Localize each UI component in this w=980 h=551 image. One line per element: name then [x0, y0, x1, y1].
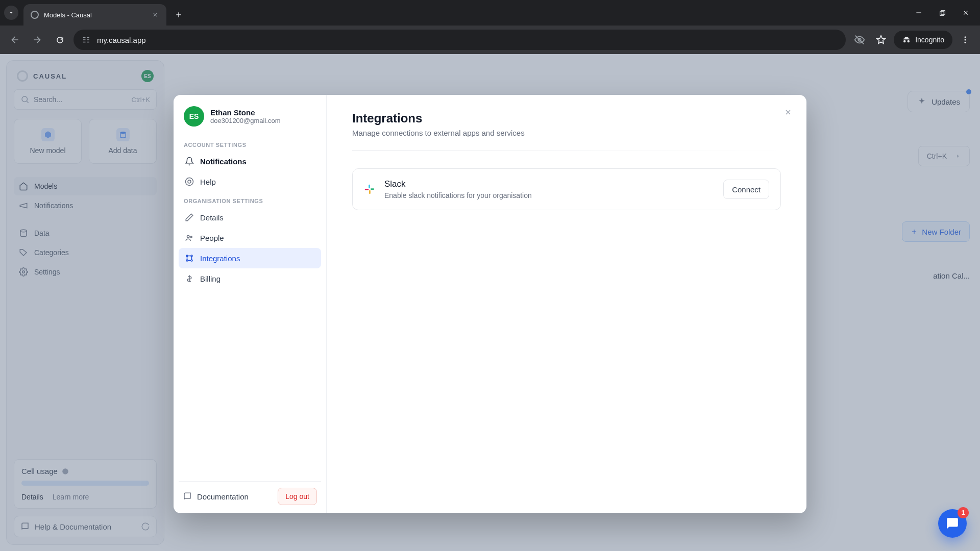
- integrations-icon: [185, 254, 194, 263]
- user-block: ES Ethan Stone doe301200@gmail.com: [179, 100, 321, 136]
- browser-menu-button[interactable]: [957, 31, 974, 48]
- chat-fab[interactable]: 1: [938, 509, 967, 538]
- browser-tab[interactable]: Models - Causal: [23, 4, 166, 26]
- chat-badge: 1: [958, 507, 969, 518]
- window-controls: [914, 8, 976, 18]
- window-maximize-button[interactable]: [937, 8, 947, 18]
- svg-point-21: [191, 260, 192, 261]
- browser-toolbar: my.causal.app Incognito: [0, 26, 980, 54]
- svg-rect-25: [371, 188, 374, 190]
- browser-address-bar[interactable]: my.causal.app: [74, 30, 846, 50]
- tab-favicon: [31, 11, 39, 19]
- svg-point-20: [186, 260, 188, 261]
- svg-point-5: [965, 36, 966, 38]
- browser-back-button[interactable]: [6, 31, 23, 48]
- svg-rect-0: [916, 12, 921, 13]
- pencil-icon: [185, 213, 194, 222]
- sidebar-item-help[interactable]: Help: [179, 171, 321, 192]
- svg-point-6: [965, 39, 966, 41]
- window-close-button[interactable]: [961, 8, 971, 18]
- integration-card-slack: Slack Enable slack notifications for you…: [352, 168, 781, 210]
- window-minimize-button[interactable]: [914, 8, 924, 18]
- url-text: my.causal.app: [97, 36, 146, 44]
- sidebar-item-billing[interactable]: Billing: [179, 268, 321, 289]
- app-viewport: CAUSAL ES Search... Ctrl+K New model Add…: [0, 54, 980, 551]
- svg-rect-1: [941, 10, 945, 14]
- svg-rect-2: [940, 11, 944, 15]
- logout-button[interactable]: Log out: [278, 488, 317, 505]
- svg-point-15: [188, 180, 191, 183]
- sidebar-item-details[interactable]: Details: [179, 207, 321, 228]
- svg-point-16: [187, 236, 190, 238]
- documentation-link[interactable]: Documentation: [183, 492, 249, 501]
- svg-rect-24: [369, 185, 370, 188]
- user-name: Ethan Stone: [210, 108, 281, 117]
- svg-point-14: [186, 178, 193, 186]
- browser-forward-button[interactable]: [29, 31, 46, 48]
- browser-tabstrip: Models - Causal: [0, 0, 980, 26]
- tab-title: Models - Causal: [44, 11, 146, 19]
- divider: [352, 151, 781, 151]
- dialog-subtitle: Manage connections to external apps and …: [352, 129, 781, 137]
- dialog-sidebar: ES Ethan Stone doe301200@gmail.com ACCOU…: [174, 95, 327, 513]
- lifebuoy-icon: [185, 177, 194, 186]
- dialog-main: Integrations Manage connections to exter…: [327, 95, 806, 513]
- tracking-icon[interactable]: [851, 31, 868, 48]
- close-icon: [784, 108, 792, 116]
- svg-point-7: [965, 42, 966, 43]
- chat-icon: [946, 517, 959, 530]
- section-label-account: ACCOUNT SETTINGS: [179, 136, 321, 151]
- integration-name: Slack: [384, 179, 714, 189]
- book-icon: [183, 492, 192, 501]
- tab-close-button[interactable]: [151, 11, 159, 19]
- dialog-title: Integrations: [352, 111, 781, 126]
- sidebar-item-notifications[interactable]: Notifications: [179, 151, 321, 171]
- bookmark-button[interactable]: [872, 31, 890, 48]
- connect-button[interactable]: Connect: [723, 180, 769, 199]
- new-tab-button[interactable]: [172, 8, 186, 22]
- incognito-label: Incognito: [915, 36, 944, 44]
- dollar-icon: [185, 274, 194, 283]
- browser-reload-button[interactable]: [51, 31, 68, 48]
- incognito-chip[interactable]: Incognito: [894, 31, 952, 49]
- svg-point-19: [191, 255, 192, 257]
- sidebar-item-people[interactable]: People: [179, 228, 321, 248]
- sidebar-item-integrations[interactable]: Integrations: [179, 248, 321, 268]
- svg-rect-26: [369, 190, 371, 194]
- svg-point-17: [190, 236, 192, 238]
- site-settings-icon[interactable]: [82, 35, 91, 44]
- svg-point-18: [186, 255, 188, 257]
- section-label-org: ORGANISATION SETTINGS: [179, 192, 321, 207]
- integration-description: Enable slack notifications for your orga…: [384, 191, 714, 199]
- avatar: ES: [184, 106, 204, 127]
- tabs-dropdown-button[interactable]: [4, 6, 18, 20]
- user-email: doe301200@gmail.com: [210, 117, 281, 124]
- svg-rect-27: [365, 189, 369, 190]
- incognito-icon: [902, 35, 911, 44]
- bell-icon: [185, 157, 194, 166]
- settings-dialog: ES Ethan Stone doe301200@gmail.com ACCOU…: [174, 95, 806, 513]
- people-icon: [185, 233, 194, 242]
- slack-icon: [364, 184, 375, 195]
- dialog-close-button[interactable]: [781, 105, 795, 119]
